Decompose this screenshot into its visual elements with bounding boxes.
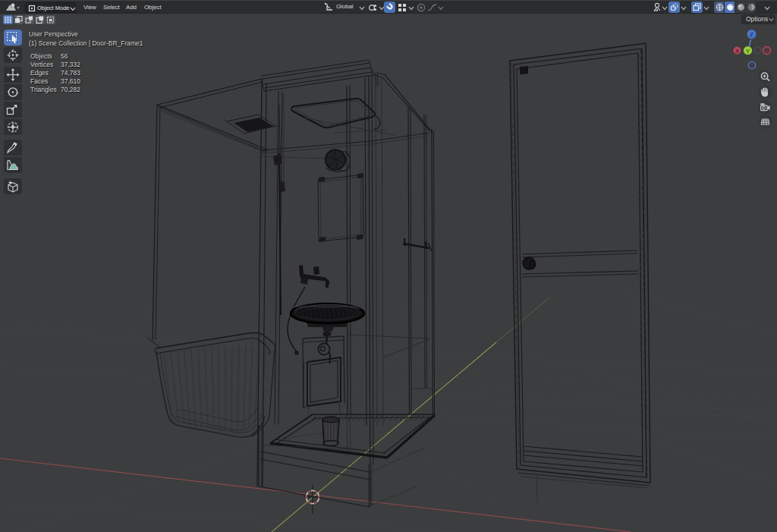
svg-text:Z: Z <box>750 31 753 38</box>
svg-text:Y: Y <box>746 48 750 55</box>
svg-text:X: X <box>735 48 740 55</box>
